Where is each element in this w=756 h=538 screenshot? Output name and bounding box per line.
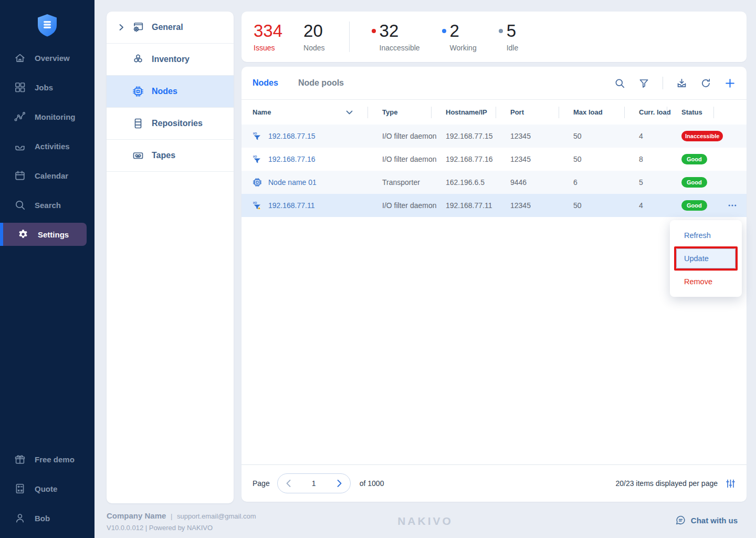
sidebar-item-label: Activities xyxy=(35,142,70,151)
total-pages-label: of 1000 xyxy=(360,479,384,488)
sidebar-item-settings[interactable]: Settings xyxy=(0,223,87,246)
chat-label: Chat with us xyxy=(691,516,738,525)
status-badge: Good xyxy=(681,200,707,211)
sidebar-item-activities[interactable]: Activities xyxy=(0,131,94,161)
settings-nav-general[interactable]: General xyxy=(107,12,234,44)
cell-hostname: 192.168.77.15 xyxy=(438,132,503,140)
add-icon[interactable] xyxy=(724,78,736,89)
table-header-row: Name Type Hostname/IP Port Max load Curr… xyxy=(242,100,747,125)
status-dot-inaccessible xyxy=(372,29,376,33)
chat-bubble-icon xyxy=(675,515,686,526)
pulse-icon xyxy=(14,111,26,122)
column-header-curr-load: Curr. load xyxy=(632,108,674,116)
sidebar-item-search[interactable]: Search xyxy=(0,190,94,220)
sidebar-item-label: Calendar xyxy=(35,171,68,180)
chat-with-us-button[interactable]: Chat with us xyxy=(675,515,738,526)
table-row[interactable]: I/O 192.168.77.15 I/O filter daemon 192.… xyxy=(242,125,747,148)
node-name-link[interactable]: 192.168.77.16 xyxy=(268,155,316,163)
node-name-link[interactable]: Node name 01 xyxy=(268,178,317,187)
sidebar-item-label: Quote xyxy=(35,484,57,493)
cell-curr-load: 8 xyxy=(632,155,674,163)
search-icon xyxy=(14,199,26,211)
table-settings-icon[interactable] xyxy=(726,479,736,489)
stat-inaccessible-value: 32 xyxy=(380,22,399,40)
sidebar-bottom-nav: Free demo Quote Bob xyxy=(0,444,94,533)
cell-type: Transporter xyxy=(375,178,438,187)
tape-icon xyxy=(132,149,144,162)
settings-nav-tapes[interactable]: Tapes xyxy=(107,140,234,172)
cell-type: I/O filter daemon xyxy=(375,155,438,163)
cell-curr-load: 5 xyxy=(632,178,674,187)
stat-inaccessible: 32 Inaccessible xyxy=(372,22,420,52)
cell-max-load: 6 xyxy=(566,178,632,187)
refresh-icon[interactable] xyxy=(700,78,711,89)
next-page-icon[interactable] xyxy=(337,479,342,488)
cell-port: 12345 xyxy=(503,155,566,163)
cell-hostname: 162.196.6.5 xyxy=(438,178,503,187)
sidebar-item-free-demo[interactable]: Free demo xyxy=(0,444,94,474)
node-name-link[interactable]: 192.168.77.11 xyxy=(268,201,315,210)
sidebar-item-label: Monitoring xyxy=(35,112,75,121)
tab-nodes[interactable]: Nodes xyxy=(253,78,278,88)
gift-icon xyxy=(14,453,26,465)
context-menu-remove[interactable]: Remove xyxy=(670,271,742,292)
previous-page-icon[interactable] xyxy=(286,479,291,488)
stat-working: 2 Working xyxy=(442,22,477,52)
sidebar-item-user-bob[interactable]: Bob xyxy=(0,503,94,533)
sidebar-item-jobs[interactable]: Jobs xyxy=(0,73,94,102)
row-actions-kebab-icon[interactable] xyxy=(728,204,737,207)
stat-nodes-value: 20 xyxy=(303,22,324,40)
panel-header: Nodes Node pools xyxy=(242,67,747,100)
context-menu-refresh[interactable]: Refresh xyxy=(670,225,742,246)
settings-nav-inventory[interactable]: Inventory xyxy=(107,44,234,76)
app-root: Overview Jobs Monitoring xyxy=(0,0,756,538)
grid-icon xyxy=(14,81,26,93)
stat-issues: 334 Issues xyxy=(254,22,282,52)
io-filter-daemon-warning-icon: I/O xyxy=(253,201,262,210)
gear-icon xyxy=(17,229,29,240)
chevron-down-icon[interactable] xyxy=(346,110,353,115)
settings-nav-nodes[interactable]: Nodes xyxy=(107,76,234,108)
status-dot-idle xyxy=(499,29,503,33)
filter-icon[interactable] xyxy=(638,78,649,89)
table-row[interactable]: I/O 192.168.77.16 I/O filter daemon 192.… xyxy=(242,148,747,171)
inbox-icon xyxy=(14,140,26,152)
main-sidebar: Overview Jobs Monitoring xyxy=(0,0,94,538)
calendar-icon xyxy=(14,170,26,181)
status-badge: Good xyxy=(681,154,707,164)
table-row[interactable]: Node name 01 Transporter 162.196.6.5 944… xyxy=(242,171,747,194)
chevron-placeholder xyxy=(117,119,125,128)
import-icon[interactable] xyxy=(676,78,687,89)
column-header-max-load: Max load xyxy=(566,108,632,116)
cell-max-load: 50 xyxy=(566,155,632,163)
node-name-link[interactable]: 192.168.77.15 xyxy=(268,132,316,140)
chevron-right-icon xyxy=(117,23,125,32)
sidebar-item-label: Search xyxy=(35,201,61,210)
search-icon[interactable] xyxy=(614,78,625,89)
general-settings-icon xyxy=(132,21,144,34)
tab-node-pools[interactable]: Node pools xyxy=(298,78,344,88)
stat-nodes-label: Nodes xyxy=(303,44,324,52)
sidebar-item-overview[interactable]: Overview xyxy=(0,43,94,73)
cell-hostname: 192.168.77.11 xyxy=(438,201,503,210)
sidebar-item-label: Jobs xyxy=(35,83,53,92)
column-header-name[interactable]: Name xyxy=(253,108,375,116)
home-icon xyxy=(14,52,26,64)
cell-port: 12345 xyxy=(503,201,566,210)
stat-inaccessible-label: Inaccessible xyxy=(380,44,420,52)
column-header-port: Port xyxy=(503,108,566,116)
sidebar-item-quote[interactable]: Quote xyxy=(0,474,94,503)
settings-nav-label: General xyxy=(152,23,183,32)
settings-nav-repositories[interactable]: Repositories xyxy=(107,108,234,140)
stat-working-label: Working xyxy=(450,44,477,52)
sidebar-item-calendar[interactable]: Calendar xyxy=(0,161,94,190)
io-filter-daemon-icon: I/O xyxy=(253,154,262,164)
table-toolbar xyxy=(614,77,736,89)
current-page-value[interactable]: 1 xyxy=(312,479,316,488)
status-badge: Good xyxy=(681,177,707,188)
app-logo[interactable] xyxy=(0,14,94,40)
sidebar-item-monitoring[interactable]: Monitoring xyxy=(0,102,94,131)
table-footer: Page 1 of 1000 20/23 items displayed per… xyxy=(242,464,747,502)
context-menu-update[interactable]: Update xyxy=(676,249,736,268)
table-row-selected[interactable]: I/O 192.168.77.11 I/O filter daemon 192.… xyxy=(242,194,747,217)
